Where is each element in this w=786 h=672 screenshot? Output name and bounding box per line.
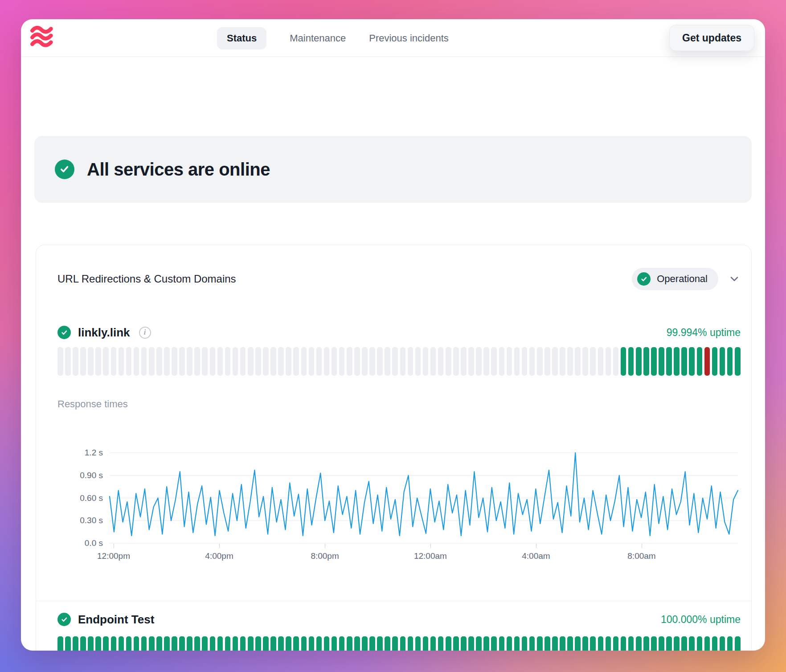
uptime-bar-empty [217, 347, 223, 376]
uptime-bar-up [697, 347, 703, 376]
uptime-bar-empty [369, 347, 375, 376]
uptime-bar-up [423, 636, 429, 651]
uptime-bar-up [522, 636, 528, 651]
group-status: Operational [632, 268, 741, 290]
check-circle-icon [57, 613, 71, 626]
y-tick-label: 0.30 s [80, 516, 103, 525]
uptime-bar-down [704, 347, 710, 376]
uptime-bar-empty [156, 347, 162, 376]
uptime-bar-up [720, 636, 725, 651]
uptime-bar-up [80, 636, 86, 651]
uptime-bar-up [544, 636, 550, 651]
uptime-bar-up [179, 636, 185, 651]
main-nav: Status Maintenance Previous incidents [217, 19, 449, 57]
uptime-bar-empty [301, 347, 307, 376]
uptime-bar-up [293, 636, 299, 651]
uptime-bar-up [628, 347, 634, 376]
operational-status-pill[interactable]: Operational [632, 268, 718, 290]
section-divider [36, 601, 751, 601]
uptime-bar-up [507, 636, 512, 651]
uptime-bar-empty [316, 347, 322, 376]
uptime-bar-empty [332, 347, 337, 376]
uptime-bar-empty [126, 347, 132, 376]
uptime-bar-up [385, 636, 390, 651]
uptime-bar-up [643, 636, 649, 651]
uptime-bar-empty [582, 347, 588, 376]
uptime-bar-up [415, 636, 421, 651]
uptime-bar-empty [544, 347, 550, 376]
info-circle-icon[interactable] [139, 327, 151, 339]
uptime-bar-empty [57, 347, 63, 376]
uptime-bar-up [461, 636, 467, 651]
uptime-bar-up [88, 636, 94, 651]
uptime-bar-empty [468, 347, 474, 376]
uptime-bar-up [567, 636, 573, 651]
uptime-bar-empty [446, 347, 451, 376]
uptime-bar-up [369, 636, 375, 651]
uptime-bar-up [263, 636, 269, 651]
uptime-bar-up [240, 636, 246, 651]
x-tick-mark [536, 544, 536, 548]
uptime-bar-empty [103, 347, 109, 376]
uptime-bar-up [172, 636, 177, 651]
uptime-bar-up [217, 636, 223, 651]
uptime-bar-up [712, 636, 718, 651]
tab-previous-incidents[interactable]: Previous incidents [369, 33, 449, 44]
x-tick-mark [642, 544, 642, 548]
chevron-down-icon[interactable] [728, 273, 741, 285]
global-status-banner: All services are online [34, 136, 752, 203]
service-group-panel: URL Redirections & Custom Domains Operat… [36, 245, 752, 651]
uptime-bar-empty [461, 347, 467, 376]
monitor-row-endpoint-test: Endpoint Test 100.000% uptime [57, 608, 741, 631]
x-tick-label: 8:00pm [311, 551, 339, 561]
uptime-bar-empty [438, 347, 444, 376]
uptime-bar-up [392, 636, 398, 651]
uptime-bar-up [301, 636, 307, 651]
uptime-bar-up [286, 636, 291, 651]
tab-status[interactable]: Status [217, 27, 266, 49]
uptime-bar-up [278, 636, 284, 651]
group-title: URL Redirections & Custom Domains [57, 273, 236, 285]
uptime-bar-up [332, 636, 337, 651]
uptime-bar-empty [514, 347, 520, 376]
uptime-bar-empty [233, 347, 238, 376]
y-tick-label: 0.90 s [80, 471, 103, 480]
uptime-bar-empty [507, 347, 512, 376]
x-tick-mark [430, 544, 431, 548]
x-tick-mark [114, 544, 114, 548]
uptime-bar-up [453, 636, 459, 651]
x-tick-label: 4:00am [522, 551, 550, 561]
uptime-bar-empty [293, 347, 299, 376]
uptime-bar-up [636, 347, 642, 376]
uptime-bar-up [537, 636, 543, 651]
group-header: URL Redirections & Custom Domains Operat… [57, 266, 741, 291]
uptime-bar-up [316, 636, 322, 651]
uptime-bar-up [187, 636, 192, 651]
uptime-bar-up [659, 347, 664, 376]
x-tick-mark [325, 544, 325, 548]
uptime-bar-empty [415, 347, 421, 376]
uptime-bar-up [324, 636, 330, 651]
uptime-bar-empty [590, 347, 596, 376]
uptime-bar-up [491, 636, 497, 651]
uptime-bar-empty [73, 347, 78, 376]
x-tick-label: 8:00am [627, 551, 655, 561]
uptime-bar-empty [80, 347, 86, 376]
uptime-bar-empty [278, 347, 284, 376]
uptime-bar-empty [194, 347, 200, 376]
uptime-bar-up [483, 636, 489, 651]
uptime-bar-up [674, 347, 680, 376]
get-updates-button[interactable]: Get updates [669, 25, 754, 51]
check-circle-icon [57, 326, 71, 339]
uptime-bar-empty [225, 347, 231, 376]
uptime-bar-up [476, 636, 482, 651]
uptime-bar-up [446, 636, 451, 651]
monitor-name: linkly.link [78, 326, 130, 340]
linkly-waves-icon[interactable] [30, 26, 55, 51]
uptime-bar-empty [522, 347, 528, 376]
uptime-bar-empty [491, 347, 497, 376]
uptime-bar-up [529, 636, 535, 651]
tab-maintenance[interactable]: Maintenance [290, 33, 346, 44]
uptime-bar-up [377, 636, 383, 651]
uptime-bar-up [704, 636, 710, 651]
